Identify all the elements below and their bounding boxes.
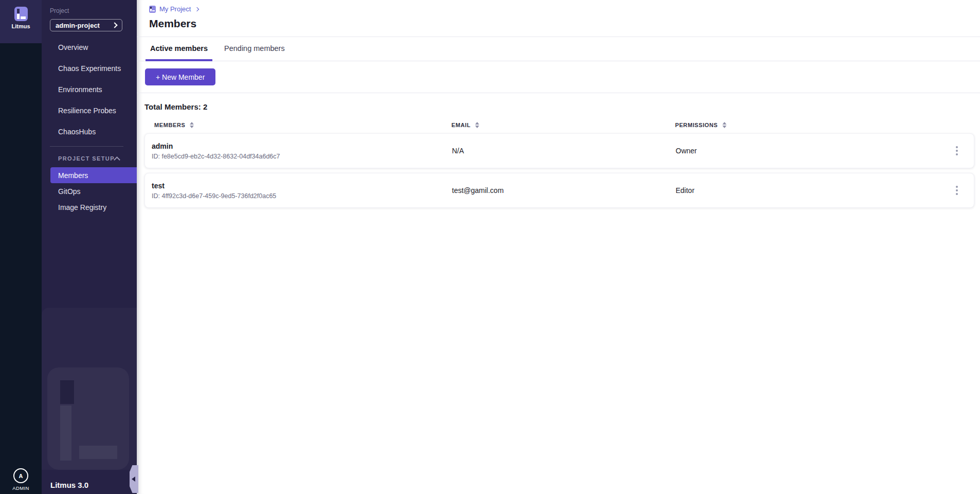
sidebar-divider [50, 146, 123, 147]
project-label: Project [50, 7, 137, 14]
column-header-members-label: MEMBERS [154, 122, 185, 128]
tab-pending-members[interactable]: Pending members [220, 37, 289, 61]
user-block: A ADMIN [0, 468, 42, 494]
sidebar-nav: Overview Chaos Experiments Environments … [42, 37, 137, 142]
litmus-watermark-icon [47, 367, 129, 470]
members-section: Total Members: 2 MEMBERS EMAIL PERMISSIO… [137, 93, 980, 208]
sort-icon[interactable] [722, 122, 727, 128]
email-cell: test@gamil.com [452, 186, 676, 195]
brand-label: Litmus [11, 23, 30, 29]
breadcrumb: My Project [149, 5, 968, 13]
tab-bar: Active members Pending members [137, 37, 980, 61]
collapse-sidebar-handle[interactable] [130, 465, 138, 493]
watermark-dot-bar [60, 380, 74, 404]
project-selector[interactable]: admin-project [50, 19, 122, 31]
version-label: Litmus 3.0 [50, 481, 88, 489]
logo-horizontal-bar [21, 16, 26, 19]
tab-active-members[interactable]: Active members [146, 37, 212, 61]
kebab-menu-icon[interactable] [953, 183, 960, 198]
logo-dot-bar [17, 9, 20, 13]
table-row: test ID: 4ff92c3d-d6e7-459c-9ed5-736fd2f… [144, 173, 974, 208]
project-setup-label: PROJECT SETUP [58, 155, 115, 162]
main-content: My Project Members Active members Pendin… [137, 0, 980, 494]
member-name: test [152, 182, 452, 190]
sidebar-item-resilience-probes[interactable]: Resilience Probes [42, 100, 137, 121]
toolbar: + New Member [137, 61, 980, 93]
table-header-row: MEMBERS EMAIL PERMISSIONS [144, 122, 974, 128]
page-header: My Project Members [137, 0, 980, 37]
total-members-count: Total Members: 2 [144, 102, 974, 111]
sort-icon[interactable] [475, 122, 479, 128]
sidebar-item-chaoshubs[interactable]: ChaosHubs [42, 121, 137, 142]
chevron-up-icon [114, 156, 120, 163]
sidebar-item-gitops[interactable]: GitOps [42, 183, 137, 199]
sidebar-watermark-panel [42, 308, 137, 470]
sidebar-item-image-registry[interactable]: Image Registry [42, 199, 137, 215]
user-label: ADMIN [12, 485, 29, 491]
project-selector-value: admin-project [56, 22, 100, 29]
sidebar-item-environments[interactable]: Environments [42, 79, 137, 100]
member-cell: admin ID: fe8e5cd9-eb2c-4d32-8632-04df34… [152, 142, 452, 160]
litmus-logo-icon[interactable] [14, 7, 28, 21]
permission-cell: Owner [676, 147, 953, 155]
brand-block: Litmus [0, 0, 42, 43]
project-icon-v [150, 9, 152, 11]
email-cell: N/A [452, 147, 676, 155]
collapse-arrow-icon [132, 477, 135, 482]
column-header-permissions: PERMISSIONS [675, 122, 974, 128]
table-row: admin ID: fe8e5cd9-eb2c-4d32-8632-04df34… [144, 133, 974, 168]
avatar[interactable]: A [13, 468, 28, 483]
column-header-email-label: EMAIL [451, 122, 470, 128]
project-setup-nav: Members GitOps Image Registry [42, 167, 137, 215]
member-cell: test ID: 4ff92c3d-d6e7-459c-9ed5-736fd2f… [152, 182, 452, 200]
sidebar-item-chaos-experiments[interactable]: Chaos Experiments [42, 58, 137, 79]
sidebar-item-overview[interactable]: Overview [42, 37, 137, 58]
project-icon-h [152, 10, 155, 11]
sort-icon[interactable] [190, 122, 194, 128]
app-rail: Litmus A ADMIN [0, 0, 42, 494]
member-name: admin [152, 142, 452, 150]
breadcrumb-chevron-icon [195, 7, 199, 11]
chevron-right-icon [112, 22, 117, 28]
watermark-vertical-bar [60, 405, 71, 461]
sidebar-item-members[interactable]: Members [50, 167, 137, 183]
column-header-permissions-label: PERMISSIONS [675, 122, 718, 128]
new-member-button[interactable]: + New Member [145, 68, 215, 85]
logo-vertical-bar [17, 14, 20, 19]
breadcrumb-my-project-link[interactable]: My Project [159, 5, 191, 13]
page-title: Members [149, 17, 968, 37]
permission-cell: Editor [676, 186, 953, 195]
column-header-members: MEMBERS [154, 122, 451, 128]
sidebar: Project admin-project Overview Chaos Exp… [42, 0, 137, 494]
kebab-menu-icon[interactable] [953, 144, 960, 158]
project-icon [149, 6, 156, 13]
table-body: admin ID: fe8e5cd9-eb2c-4d32-8632-04df34… [144, 133, 974, 208]
member-id: ID: 4ff92c3d-d6e7-459c-9ed5-736fd2f0ac65 [152, 192, 452, 200]
watermark-horizontal-bar [79, 446, 117, 459]
member-id: ID: fe8e5cd9-eb2c-4d32-8632-04df34a6d6c7 [152, 153, 452, 160]
column-header-email: EMAIL [451, 122, 675, 128]
project-setup-section-toggle[interactable]: PROJECT SETUP [42, 150, 137, 167]
